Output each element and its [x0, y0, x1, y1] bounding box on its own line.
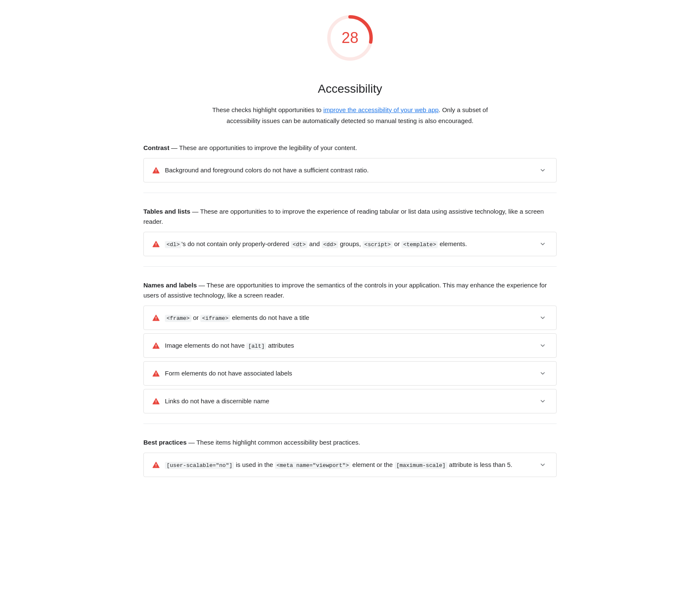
section-tables-lists-description: These are opportunities to to improve th… [143, 208, 544, 225]
section-best-practices-description: These items highlight common accessibili… [197, 439, 361, 446]
description-link[interactable]: improve the accessibility of your web ap… [323, 106, 439, 113]
svg-point-4 [156, 319, 156, 320]
section-contrast-dash: — [171, 144, 179, 151]
section-tables-lists-header: Tables and lists — These are opportuniti… [143, 206, 557, 227]
dl-code: <dl> [165, 241, 181, 248]
script-code: <script> [363, 241, 392, 248]
accordion-form-labels-label: Form elements do not have associated lab… [165, 369, 533, 378]
page-description: These checks highlight opportunities to … [207, 105, 493, 126]
accordion-image-alt-label: Image elements do not have [alt] attribu… [165, 341, 533, 351]
accordion-link-name-header[interactable]: Links do not have a discernible name [144, 389, 556, 413]
divider-1 [143, 193, 557, 193]
section-tables-lists-dash: — [192, 208, 200, 215]
accordion-frame-title: <frame> or <iframe> elements do not have… [143, 306, 557, 330]
warning-icon-contrast [152, 166, 160, 174]
svg-point-6 [156, 375, 156, 375]
dt-code: <dt> [291, 241, 307, 248]
divider-2 [143, 266, 557, 267]
iframe-code: <iframe> [200, 315, 230, 322]
section-tables-lists: Tables and lists — These are opportuniti… [143, 206, 557, 256]
section-best-practices-dash: — [188, 439, 197, 446]
accordion-image-alt-header[interactable]: Image elements do not have [alt] attribu… [144, 334, 556, 357]
accordion-link-name: Links do not have a discernible name [143, 389, 557, 413]
accordion-frame-title-header[interactable]: <frame> or <iframe> elements do not have… [144, 306, 556, 330]
accordion-user-scalable-label: [user-scalable="no"] is used in the <met… [165, 460, 533, 470]
warning-icon-frame [152, 314, 160, 322]
chevron-frame-title [538, 313, 548, 323]
section-best-practices-name: Best practices [143, 439, 187, 446]
user-scalable-code: [user-scalable="no"] [165, 462, 234, 469]
accordion-contrast-ratio-label: Background and foreground colors do not … [165, 166, 533, 175]
accordion-form-labels: Form elements do not have associated lab… [143, 361, 557, 386]
divider-3 [143, 424, 557, 424]
section-names-labels-header: Names and labels — These are opportuniti… [143, 280, 557, 300]
svg-point-7 [156, 402, 156, 403]
warning-icon-image [152, 342, 160, 349]
chevron-image-alt [538, 341, 548, 351]
section-contrast-description: These are opportunities to improve the l… [179, 144, 357, 151]
accordion-user-scalable: [user-scalable="no"] is used in the <met… [143, 453, 557, 477]
alt-code: [alt] [246, 343, 266, 350]
section-names-labels-dash: — [199, 282, 207, 289]
score-circle: 28 [325, 13, 375, 63]
warning-icon-scalable [152, 461, 160, 469]
chevron-user-scalable [538, 460, 548, 470]
description-text-before: These checks highlight opportunities to [212, 106, 323, 113]
accordion-image-alt: Image elements do not have [alt] attribu… [143, 333, 557, 358]
section-best-practices: Best practices — These items highlight c… [143, 437, 557, 477]
warning-icon-link [152, 397, 160, 405]
chevron-link-name [538, 396, 548, 406]
chevron-contrast-ratio [538, 165, 548, 175]
section-contrast-header: Contrast — These are opportunities to im… [143, 143, 557, 153]
warning-icon-dl [152, 240, 160, 248]
accordion-form-labels-header[interactable]: Form elements do not have associated lab… [144, 362, 556, 385]
accordion-dl-groups: <dl>'s do not contain only properly-orde… [143, 232, 557, 256]
section-tables-lists-name: Tables and lists [143, 208, 190, 215]
svg-point-5 [156, 347, 156, 348]
accordion-dl-groups-header[interactable]: <dl>'s do not contain only properly-orde… [144, 232, 556, 256]
section-names-labels-name: Names and labels [143, 282, 197, 289]
accordion-link-name-label: Links do not have a discernible name [165, 397, 533, 406]
template-code: <template> [401, 241, 438, 248]
chevron-dl-groups [538, 239, 548, 249]
score-number: 28 [342, 27, 358, 49]
accordion-dl-groups-label: <dl>'s do not contain only properly-orde… [165, 239, 533, 249]
warning-icon-form [152, 370, 160, 377]
svg-point-2 [156, 172, 156, 172]
section-contrast-name: Contrast [143, 144, 170, 151]
accordion-contrast-ratio: Background and foreground colors do not … [143, 158, 557, 182]
page-wrapper: 28 Accessibility These checks highlight … [118, 0, 582, 506]
frame-code: <frame> [165, 315, 191, 322]
page-title: Accessibility [143, 80, 557, 98]
accordion-user-scalable-header[interactable]: [user-scalable="no"] is used in the <met… [144, 453, 556, 477]
section-names-labels: Names and labels — These are opportuniti… [143, 280, 557, 413]
svg-point-3 [156, 245, 156, 246]
meta-viewport-code: <meta name="viewport"> [275, 462, 351, 469]
svg-point-8 [156, 466, 156, 467]
dd-code: <dd> [322, 241, 338, 248]
chevron-form-labels [538, 368, 548, 378]
accordion-frame-title-label: <frame> or <iframe> elements do not have… [165, 313, 533, 323]
section-contrast: Contrast — These are opportunities to im… [143, 143, 557, 182]
section-best-practices-header: Best practices — These items highlight c… [143, 437, 557, 448]
score-section: 28 [143, 8, 557, 70]
maximum-scale-code: [maximum-scale] [395, 462, 447, 469]
accordion-contrast-ratio-header[interactable]: Background and foreground colors do not … [144, 158, 556, 182]
